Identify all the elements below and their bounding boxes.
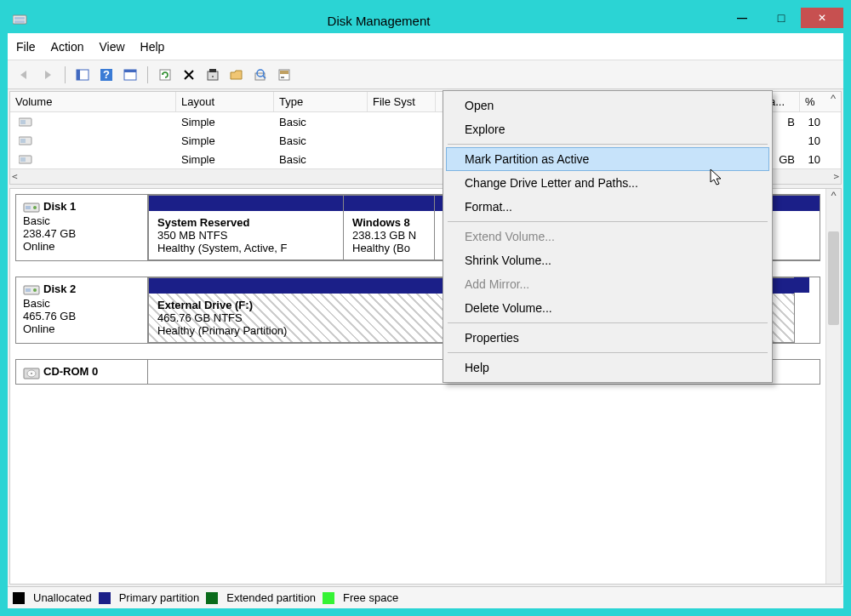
menu-item[interactable]: Properties bbox=[446, 326, 769, 350]
svg-point-33 bbox=[31, 373, 32, 374]
app-icon bbox=[13, 14, 28, 27]
col-type[interactable]: Type bbox=[274, 92, 368, 111]
legend-label: Unallocated bbox=[33, 591, 92, 604]
legend-swatch bbox=[13, 592, 25, 604]
menu-action[interactable]: Action bbox=[51, 40, 84, 54]
disk-icon bbox=[23, 201, 40, 214]
menu-view[interactable]: View bbox=[99, 40, 124, 54]
menu-item[interactable]: Delete Volume... bbox=[446, 296, 769, 320]
svg-rect-30 bbox=[26, 288, 31, 292]
menu-item[interactable]: Open bbox=[446, 94, 769, 117]
svg-rect-4 bbox=[77, 70, 80, 80]
settings-button[interactable] bbox=[275, 66, 294, 84]
titlebar[interactable]: Disk Management bbox=[8, 8, 843, 33]
show-hide-console-button[interactable] bbox=[73, 66, 92, 84]
open-folder-button[interactable] bbox=[227, 66, 246, 84]
menu-item[interactable]: Format... bbox=[446, 195, 769, 219]
svg-rect-22 bbox=[20, 139, 26, 143]
menu-item[interactable]: Explore bbox=[446, 117, 769, 141]
col-layout[interactable]: Layout bbox=[176, 92, 274, 111]
menu-file[interactable]: File bbox=[16, 40, 36, 54]
svg-rect-1 bbox=[14, 17, 25, 20]
svg-rect-20 bbox=[20, 120, 26, 124]
menu-item: Add Mirror... bbox=[446, 272, 769, 296]
minimize-button[interactable] bbox=[722, 8, 762, 28]
col-fs[interactable]: File Syst bbox=[368, 92, 436, 111]
menu-item[interactable]: Help bbox=[446, 356, 769, 379]
svg-rect-9 bbox=[160, 70, 170, 80]
svg-rect-17 bbox=[280, 71, 288, 74]
svg-rect-18 bbox=[281, 77, 284, 78]
partition[interactable]: Windows 8238.13 GB NHealthy (Bo bbox=[343, 195, 435, 260]
svg-rect-27 bbox=[26, 206, 31, 209]
volume-icon bbox=[19, 117, 32, 128]
close-button[interactable] bbox=[801, 8, 843, 28]
svg-point-26 bbox=[33, 206, 37, 209]
svg-rect-2 bbox=[14, 20, 25, 23]
context-menu: OpenExploreMark Partition as ActiveChang… bbox=[443, 90, 773, 383]
legend-swatch bbox=[99, 592, 111, 604]
properties-button[interactable] bbox=[203, 66, 222, 84]
disk-info[interactable]: Disk 1Basic238.47 GBOnline bbox=[16, 195, 148, 260]
menu-help[interactable]: Help bbox=[140, 40, 165, 54]
legend-swatch bbox=[323, 592, 334, 604]
menu-item[interactable]: Shrink Volume... bbox=[446, 248, 769, 272]
legend: UnallocatedPrimary partitionExtended par… bbox=[8, 586, 843, 608]
disk-info[interactable]: CD-ROM 0 bbox=[16, 360, 148, 384]
toolbar: ? bbox=[8, 60, 843, 89]
svg-text:?: ? bbox=[103, 68, 110, 81]
help-button[interactable]: ? bbox=[97, 66, 116, 84]
col-volume[interactable]: Volume bbox=[10, 92, 176, 111]
delete-button[interactable] bbox=[180, 66, 198, 84]
col-percent[interactable]: % bbox=[800, 92, 825, 111]
legend-swatch bbox=[206, 592, 218, 604]
legend-label: Extended partition bbox=[226, 591, 316, 604]
legend-label: Primary partition bbox=[119, 591, 200, 604]
volume-icon bbox=[19, 155, 32, 165]
view-button[interactable] bbox=[121, 66, 140, 84]
refresh-button[interactable] bbox=[156, 66, 174, 84]
partition[interactable]: System Reserved350 MB NTFSHealthy (Syste… bbox=[148, 195, 344, 260]
maximize-button[interactable] bbox=[762, 8, 801, 28]
svg-point-29 bbox=[33, 288, 37, 292]
volume-icon bbox=[19, 136, 32, 146]
disk-info[interactable]: Disk 2Basic465.76 GBOnline bbox=[16, 277, 148, 343]
svg-rect-24 bbox=[20, 157, 26, 162]
forward-button[interactable] bbox=[38, 66, 57, 84]
menu-item[interactable]: Mark Partition as Active bbox=[446, 147, 769, 171]
legend-label: Free space bbox=[343, 591, 398, 604]
menu-item: Extend Volume... bbox=[446, 225, 769, 248]
back-button[interactable] bbox=[14, 66, 33, 84]
menubar: File Action View Help bbox=[8, 33, 843, 60]
disk-map-vscroll[interactable]: ^ bbox=[825, 189, 841, 584]
svg-rect-8 bbox=[124, 70, 136, 72]
svg-point-12 bbox=[212, 76, 214, 77]
menu-item[interactable]: Change Drive Letter and Paths... bbox=[446, 171, 769, 195]
disk-icon bbox=[23, 366, 40, 379]
window-title: Disk Management bbox=[35, 14, 722, 28]
disk-icon bbox=[23, 283, 40, 297]
svg-rect-11 bbox=[209, 69, 216, 72]
explore-button[interactable] bbox=[251, 66, 270, 84]
